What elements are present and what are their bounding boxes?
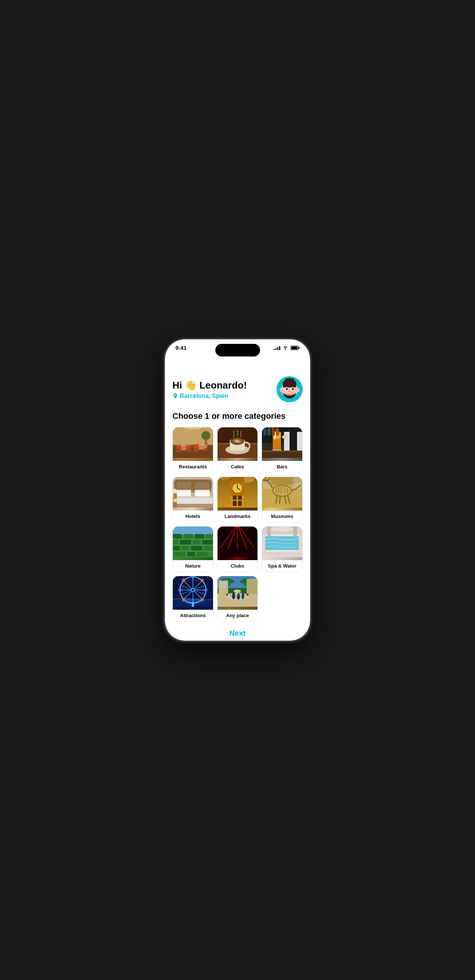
category-card-cafes[interactable]: Cafes xyxy=(217,427,258,473)
svg-rect-69 xyxy=(195,490,210,491)
svg-rect-75 xyxy=(174,493,177,499)
category-card-attractions[interactable]: Attractions xyxy=(172,576,214,622)
svg-rect-168 xyxy=(267,527,271,537)
svg-point-188 xyxy=(192,589,194,591)
status-icons xyxy=(274,346,300,350)
category-card-clubs[interactable]: Clubs xyxy=(217,526,258,572)
svg-rect-224 xyxy=(223,582,226,584)
svg-rect-85 xyxy=(238,501,242,506)
avatar xyxy=(276,376,303,402)
svg-rect-126 xyxy=(204,546,213,550)
svg-rect-115 xyxy=(173,534,182,538)
category-label-hotels: Hotels xyxy=(173,511,213,522)
svg-rect-132 xyxy=(173,550,213,552)
svg-rect-221 xyxy=(218,581,228,593)
svg-rect-131 xyxy=(173,544,213,546)
category-card-landmarks[interactable]: Landmarks xyxy=(217,477,258,522)
category-card-nature[interactable]: Nature xyxy=(172,526,214,572)
category-card-hotels[interactable]: Hotels xyxy=(172,477,214,522)
svg-point-190 xyxy=(204,589,207,592)
category-label-museums: Museums xyxy=(262,511,302,522)
category-card-restaurants[interactable]: Restaurants xyxy=(172,427,214,473)
svg-rect-47 xyxy=(282,436,288,439)
svg-rect-106 xyxy=(266,479,267,481)
category-image-anyplace xyxy=(218,576,258,610)
greeting-text: Hi 👋 Leonardo! xyxy=(172,380,276,391)
svg-rect-130 xyxy=(173,538,213,540)
svg-rect-128 xyxy=(187,552,195,556)
svg-rect-123 xyxy=(173,546,180,550)
category-image-restaurants xyxy=(173,427,213,461)
category-label-nature: Nature xyxy=(173,560,213,572)
svg-rect-225 xyxy=(220,585,222,588)
svg-rect-117 xyxy=(195,534,204,538)
category-grid: Restaurants xyxy=(172,427,303,622)
section-title: Choose 1 or more categories xyxy=(172,411,303,421)
svg-rect-58 xyxy=(272,427,275,436)
svg-rect-65 xyxy=(195,482,209,489)
svg-point-195 xyxy=(182,579,185,582)
svg-point-219 xyxy=(242,593,244,595)
svg-rect-222 xyxy=(247,579,257,593)
battery-icon xyxy=(291,346,300,350)
svg-point-217 xyxy=(238,593,239,595)
category-card-anyplace[interactable]: Any place xyxy=(217,576,258,622)
svg-rect-2 xyxy=(291,347,297,349)
svg-rect-118 xyxy=(206,534,213,538)
category-image-cafes xyxy=(218,427,258,461)
category-label-bars: Bars xyxy=(262,461,302,473)
svg-rect-122 xyxy=(202,540,213,544)
svg-point-215 xyxy=(233,592,235,594)
header-left: Hi 👋 Leonardo! Barcelona, Spain xyxy=(172,380,276,399)
svg-rect-33 xyxy=(173,427,213,458)
category-image-attractions xyxy=(173,576,213,610)
svg-point-13 xyxy=(286,388,288,390)
location-text: Barcelona, Spain xyxy=(180,393,228,399)
category-card-spa[interactable]: Spa & Water xyxy=(261,526,303,572)
category-image-nature xyxy=(173,527,213,560)
category-image-spa xyxy=(262,527,302,560)
phone-screen: 9:41 xyxy=(165,339,310,641)
svg-rect-223 xyxy=(220,582,222,584)
svg-rect-114 xyxy=(173,527,213,535)
category-image-landmarks xyxy=(218,477,258,511)
category-image-bars xyxy=(262,427,302,461)
svg-point-9 xyxy=(279,388,283,392)
svg-rect-107 xyxy=(268,479,269,481)
svg-line-109 xyxy=(279,496,280,504)
svg-rect-1 xyxy=(298,347,300,348)
svg-rect-124 xyxy=(182,546,189,550)
svg-rect-68 xyxy=(176,490,191,491)
svg-point-42 xyxy=(235,440,239,443)
category-label-anyplace: Any place xyxy=(218,610,258,621)
location-pin-icon xyxy=(172,393,179,399)
svg-rect-169 xyxy=(293,527,297,537)
signal-icon xyxy=(274,346,280,350)
svg-rect-226 xyxy=(223,585,226,588)
svg-rect-166 xyxy=(265,550,299,552)
category-label-landmarks: Landmarks xyxy=(218,511,258,522)
category-card-museums[interactable]: Museums xyxy=(261,477,303,522)
next-button[interactable]: Next xyxy=(172,629,303,638)
svg-rect-105 xyxy=(264,479,265,481)
category-label-cafes: Cafes xyxy=(218,461,258,473)
status-time: 9:41 xyxy=(175,345,186,351)
svg-marker-90 xyxy=(230,477,245,481)
category-label-spa: Spa & Water xyxy=(262,560,302,572)
category-card-bars[interactable]: Bars xyxy=(261,427,303,473)
svg-rect-97 xyxy=(293,477,301,489)
category-label-restaurants: Restaurants xyxy=(173,461,213,473)
category-label-attractions: Attractions xyxy=(173,610,213,621)
phone-frame: 9:41 xyxy=(164,339,311,641)
avatar-image xyxy=(276,376,303,402)
category-label-clubs: Clubs xyxy=(218,560,258,572)
svg-rect-57 xyxy=(268,427,271,436)
svg-point-198 xyxy=(182,598,204,604)
main-content: Hi 👋 Leonardo! Barcelona, Spain xyxy=(165,354,310,641)
svg-rect-55 xyxy=(262,450,302,452)
svg-rect-127 xyxy=(174,552,185,556)
svg-rect-64 xyxy=(177,482,191,489)
svg-rect-59 xyxy=(276,428,279,436)
svg-rect-116 xyxy=(183,534,193,538)
svg-point-205 xyxy=(234,590,241,593)
